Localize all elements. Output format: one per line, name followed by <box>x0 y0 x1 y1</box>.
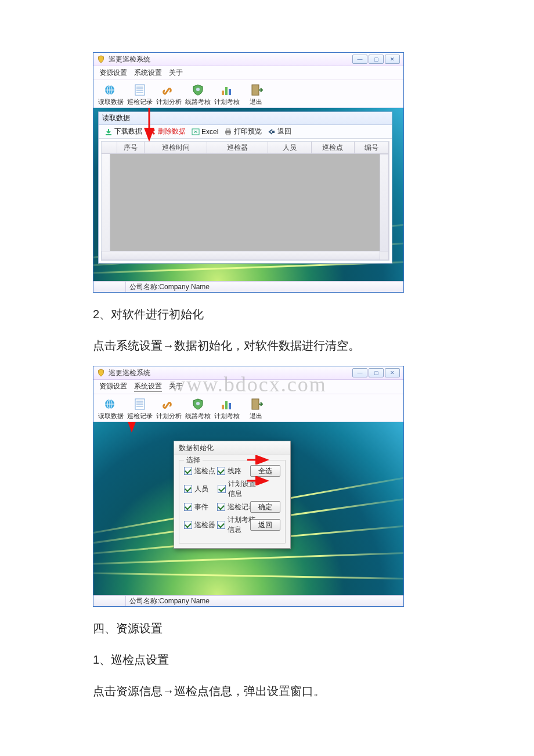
close-button[interactable]: ✕ <box>385 55 400 64</box>
svg-rect-2 <box>135 85 145 95</box>
svg-rect-4 <box>222 91 224 95</box>
tool-read-data[interactable]: 读取数据 <box>97 397 125 420</box>
window-title: 巡更巡检系统 <box>109 368 150 378</box>
tool-plan-assess[interactable]: 计划考核 <box>213 397 241 420</box>
doc-step2-body: 点击系统设置→数据初始化，对软件数据进行清空。 <box>93 334 441 357</box>
tool-read-data-label: 读取数据 <box>98 412 124 420</box>
tool-line-assess[interactable]: 线路考核 <box>184 82 212 106</box>
checkbox-point[interactable] <box>184 467 192 475</box>
col-person[interactable]: 人员 <box>268 142 312 153</box>
menu-system[interactable]: 系统设置 <box>134 68 162 78</box>
window-title: 巡更巡检系统 <box>109 55 150 64</box>
scrollbar-vertical[interactable] <box>380 154 389 252</box>
col-device[interactable]: 巡检器 <box>207 142 268 153</box>
link-icon <box>161 84 177 96</box>
checkbox-device[interactable] <box>184 521 192 529</box>
tool-plan-analyze[interactable]: 计划分析 <box>155 82 183 106</box>
link-icon <box>161 398 177 411</box>
checkbox-plan-assess[interactable] <box>217 521 225 529</box>
tool-exit[interactable]: 退出 <box>242 397 270 420</box>
svg-rect-8 <box>106 134 111 135</box>
scrollbar-horizontal[interactable] <box>102 251 381 260</box>
svg-rect-18 <box>135 399 145 409</box>
globe-icon <box>103 84 119 96</box>
client-area: 读取数据 下载数据 删除数据 Excel <box>93 108 403 281</box>
checkbox-line[interactable] <box>217 467 225 475</box>
door-icon <box>248 84 264 96</box>
panel-tool-back-label: 返回 <box>277 127 291 136</box>
tool-plan-analyze-label: 计划分析 <box>156 412 182 420</box>
back-icon <box>268 128 276 136</box>
tool-read-data[interactable]: 读取数据 <box>97 82 125 106</box>
tool-plan-analyze-label: 计划分析 <box>156 98 182 106</box>
svg-rect-21 <box>225 401 228 409</box>
menu-system[interactable]: 系统设置 <box>134 381 162 392</box>
select-groupbox: 选择 巡检点 线路 全选 人员 计划设置信息 事件 巡检记录 确定 <box>179 460 286 543</box>
sheet-icon <box>132 84 148 96</box>
menu-resource[interactable]: 资源设置 <box>99 68 127 78</box>
dialog-title: 数据初始化 <box>174 441 290 455</box>
svg-point-3 <box>196 88 200 91</box>
doc-step2-heading: 2、对软件进行初始化 <box>93 303 441 325</box>
svg-point-19 <box>196 402 200 405</box>
back-button[interactable]: 返回 <box>250 519 280 531</box>
svg-rect-12 <box>226 133 230 135</box>
col-index[interactable]: 序号 <box>117 142 145 153</box>
door-icon <box>248 398 264 411</box>
tool-plan-assess-label: 计划考核 <box>214 98 240 106</box>
panel-tool-excel[interactable]: Excel <box>189 128 221 136</box>
status-bar: 公司名称:Company Name <box>93 595 403 606</box>
tool-records[interactable]: 巡检记录 <box>126 397 154 420</box>
tool-line-assess-label: 线路考核 <box>185 412 211 420</box>
excel-icon <box>192 128 200 136</box>
annotation-arrow <box>93 422 150 447</box>
check-label: 线路 <box>228 466 241 476</box>
panel-tool-back[interactable]: 返回 <box>265 127 294 136</box>
svg-rect-7 <box>252 85 259 95</box>
tool-line-assess[interactable]: 线路考核 <box>184 397 212 420</box>
tool-plan-analyze[interactable]: 计划分析 <box>155 397 183 420</box>
minimize-button[interactable]: — <box>352 55 367 64</box>
maximize-button[interactable]: ▢ <box>369 55 384 64</box>
check-label: 计划设置信息 <box>228 479 258 499</box>
panel-tool-print-label: 打印预览 <box>234 127 262 136</box>
checkbox-person[interactable] <box>184 485 192 493</box>
menu-about[interactable]: 关于 <box>169 68 183 78</box>
checkbox-event[interactable] <box>184 503 192 511</box>
panel-tool-excel-label: Excel <box>201 128 218 136</box>
tool-exit[interactable]: 退出 <box>242 82 270 106</box>
globe-icon <box>103 398 119 411</box>
svg-rect-13 <box>272 131 275 133</box>
panel-tool-delete-label: 删除数据 <box>158 127 186 136</box>
col-no[interactable]: 编号 <box>355 142 389 153</box>
menu-about[interactable]: 关于 <box>169 381 183 392</box>
data-grid[interactable]: 序号 巡检时间 巡检器 人员 巡检点 编号 <box>101 141 389 261</box>
check-label: 巡检器 <box>194 520 215 530</box>
close-button[interactable]: ✕ <box>385 368 400 377</box>
sheet-icon <box>132 398 148 411</box>
panel-tool-delete[interactable]: 删除数据 <box>146 127 188 136</box>
tool-records[interactable]: 巡检记录 <box>126 82 154 106</box>
col-time[interactable]: 巡检时间 <box>145 142 208 153</box>
checkbox-plan-set[interactable] <box>218 485 226 493</box>
menu-resource[interactable]: 资源设置 <box>99 381 127 392</box>
tool-plan-assess[interactable]: 计划考核 <box>213 82 241 106</box>
checkbox-record[interactable] <box>217 503 225 511</box>
tool-records-label: 巡检记录 <box>127 412 153 420</box>
grid-body <box>102 154 389 260</box>
menu-bar: 资源设置 系统设置 关于 <box>93 66 403 80</box>
read-data-panel: 读取数据 下载数据 删除数据 Excel <box>98 111 392 264</box>
tool-plan-assess-label: 计划考核 <box>214 412 240 420</box>
panel-tool-download[interactable]: 下载数据 <box>102 127 145 136</box>
maximize-button[interactable]: ▢ <box>369 368 384 377</box>
svg-rect-11 <box>226 129 230 131</box>
minimize-button[interactable]: — <box>352 368 367 377</box>
tool-records-label: 巡检记录 <box>127 98 153 106</box>
app-icon <box>97 55 105 63</box>
panel-tool-print[interactable]: 打印预览 <box>222 127 264 136</box>
select-all-button[interactable]: 全选 <box>250 465 280 477</box>
ok-button[interactable]: 确定 <box>250 501 280 513</box>
doc-sec4-heading: 四、资源设置 <box>93 617 441 639</box>
bars-icon <box>219 398 235 411</box>
col-point[interactable]: 巡检点 <box>312 142 355 153</box>
